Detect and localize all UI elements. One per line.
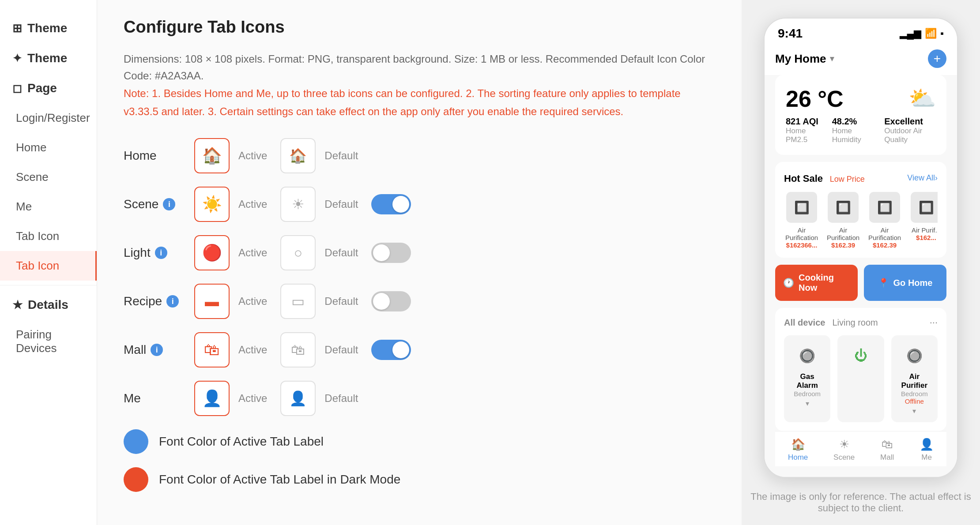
device-card-gas-alarm[interactable]: 🔘 Gas Alarm Bedroom ▾: [784, 335, 830, 422]
nav-item-home[interactable]: 🏠 Home: [788, 438, 808, 462]
nav-item-me[interactable]: 👤 Me: [920, 438, 934, 462]
phone-body: My Home ▾ + 26 °C ⛅ 821 AQI Home PM2.5: [765, 45, 957, 477]
tab-label-scene: Scene i: [124, 197, 181, 211]
weather-stat-air-quality: Excellent Outdoor Air Quality: [884, 116, 936, 144]
icon-box-me-default[interactable]: 👤: [280, 381, 316, 416]
tab-label-home: Home: [124, 149, 181, 163]
sale-item-4[interactable]: 🔲 Air Purif... $162...: [908, 192, 938, 249]
icon-group-light-default: ○ Default: [280, 235, 358, 270]
view-all-link[interactable]: View All›: [907, 173, 938, 183]
sale-item-1[interactable]: 🔲 Air Purification $162366...: [784, 192, 819, 249]
weather-stat-humidity: 48.2% Home Humidity: [832, 116, 874, 144]
sidebar-page-item[interactable]: ◻ Page: [0, 73, 97, 103]
sale-item-2[interactable]: 🔲 Air Purification $162.39: [825, 192, 861, 249]
icon-group-home-active: 🏠 Active: [194, 138, 267, 173]
icon-group-scene-active: ☀️ Active: [194, 187, 267, 222]
chevron-down-icon[interactable]: ▾: [830, 54, 834, 64]
icon-box-mall-default[interactable]: 🛍: [280, 332, 316, 368]
icon-group-light-active: 🔴 Active: [194, 235, 267, 270]
active-label-light: Active: [238, 247, 267, 259]
sidebar-theme-item[interactable]: ✦ Theme: [0, 43, 97, 73]
tab-label-recipe: Recipe i: [124, 294, 181, 308]
icon-group-recipe-default: ▭ Default: [280, 284, 358, 319]
sidebar-page-label: Page: [27, 81, 57, 95]
sidebar-item-tab-icon[interactable]: Tab Icon: [0, 251, 97, 281]
toggle-light[interactable]: [371, 243, 411, 263]
icon-box-light-active[interactable]: 🔴: [194, 235, 230, 270]
default-label-mall: Default: [324, 344, 358, 356]
gas-alarm-dropdown[interactable]: ▾: [806, 399, 809, 408]
filter-living-room[interactable]: Living room: [832, 318, 878, 328]
toggle-recipe[interactable]: [371, 291, 411, 311]
phone-status-bar: 9:41 ▂▄▆ 📶 ▪: [765, 19, 957, 45]
device-card-air-purifier[interactable]: 🔘 Air Purifier Bedroom Offline ▾: [891, 335, 938, 422]
sidebar-details-section[interactable]: ★ Details: [0, 290, 97, 320]
sidebar-style-section[interactable]: ⊞ Theme: [0, 13, 97, 43]
font-color-active-circle[interactable]: [124, 429, 148, 454]
filter-all-device[interactable]: All device: [784, 318, 825, 328]
info-icon-recipe[interactable]: i: [166, 295, 179, 308]
sidebar-theme-label: Theme: [27, 51, 67, 65]
icon-box-scene-active[interactable]: ☀️: [194, 187, 230, 222]
active-label-mall: Active: [238, 344, 267, 356]
go-home-button[interactable]: 📍 Go Home: [864, 265, 946, 301]
icon-box-recipe-default[interactable]: ▭: [280, 284, 316, 319]
sidebar-item-login-register[interactable]: Home: [0, 133, 97, 162]
device-grid: 🔘 Gas Alarm Bedroom ▾ ⏻ 🔘 Air Purifier B…: [784, 335, 938, 422]
device-section: All device Living room ··· 🔘 Gas Alarm B…: [775, 308, 946, 431]
page-title: Configure Tab Icons: [124, 18, 715, 37]
toggle-mall[interactable]: [371, 340, 411, 360]
icon-box-scene-default[interactable]: ☀: [280, 187, 316, 222]
cooking-icon: 🕐: [783, 278, 794, 288]
footer-note: The image is only for reference. The act…: [750, 478, 971, 518]
nav-item-mall[interactable]: 🛍 Mall: [880, 438, 894, 462]
nav-scene-icon: ☀: [839, 438, 849, 451]
default-label-me: Default: [324, 392, 358, 405]
tab-row-home: Home 🏠 Active 🏠 Default: [124, 138, 715, 173]
icon-box-home-default[interactable]: 🏠: [280, 138, 316, 173]
bottom-nav: 🏠 Home ☀ Scene 🛍 Mall 👤 Me: [775, 431, 946, 466]
icon-box-home-active[interactable]: 🏠: [194, 138, 230, 173]
hot-sale-title: Hot Sale: [784, 173, 823, 184]
active-label-recipe: Active: [238, 295, 267, 308]
icon-group-scene-default: ☀ Default: [280, 187, 358, 222]
device-more-icon[interactable]: ···: [930, 317, 938, 328]
device-card-power[interactable]: ⏻: [837, 335, 884, 422]
sidebar-item-home[interactable]: Scene: [0, 162, 97, 192]
info-icon-mall[interactable]: i: [151, 344, 163, 356]
cooking-now-button[interactable]: 🕐 Cooking Now: [775, 265, 858, 301]
toggle-scene[interactable]: [371, 194, 411, 214]
nav-item-scene[interactable]: ☀ Scene: [833, 438, 855, 462]
sidebar-style-label: Theme: [27, 21, 67, 35]
info-icon-light[interactable]: i: [155, 247, 167, 259]
info-icon-scene[interactable]: i: [163, 198, 175, 210]
location-icon: 📍: [878, 278, 889, 288]
action-buttons: 🕐 Cooking Now 📍 Go Home: [775, 265, 946, 301]
icon-box-mall-active[interactable]: 🛍: [194, 332, 230, 368]
sidebar-item-scene[interactable]: Me: [0, 192, 97, 221]
sale-item-3[interactable]: 🔲 Air Purification $162.39: [867, 192, 902, 249]
hot-sale-header: Hot Sale Low Price View All›: [784, 171, 938, 185]
wifi-icon: 📶: [925, 28, 937, 39]
air-purifier-icon: 🔘: [901, 342, 927, 369]
gas-alarm-icon: 🔘: [794, 342, 821, 369]
sale-item-3-img: 🔲: [869, 192, 900, 223]
icon-box-me-active[interactable]: 👤: [194, 381, 230, 416]
sale-item-4-img: 🔲: [911, 192, 938, 223]
icon-box-light-default[interactable]: ○: [280, 235, 316, 270]
phone-preview-area: 9:41 ▂▄▆ 📶 ▪ My Home ▾ + 26 °C: [742, 0, 980, 525]
sidebar-item-splash-screen[interactable]: Login/Register: [0, 103, 97, 133]
tab-row-scene: Scene i ☀️ Active ☀ Default: [124, 187, 715, 222]
sidebar: ⊞ Theme ✦ Theme ◻ Page Login/Register Ho…: [0, 0, 97, 525]
font-color-dark-circle[interactable]: [124, 467, 148, 492]
weather-stat-pm25: 821 AQI Home PM2.5: [786, 116, 822, 144]
sidebar-item-me[interactable]: Tab Icon: [0, 221, 97, 251]
home-add-button[interactable]: +: [928, 49, 946, 68]
phone-time: 9:41: [778, 26, 803, 41]
icon-box-recipe-active[interactable]: ▬: [194, 284, 230, 319]
power-on-icon: ⏻: [848, 342, 874, 369]
font-color-active-row: Font Color of Active Tab Label: [124, 429, 715, 454]
sidebar-item-pairing-devices[interactable]: Pairing Devices: [0, 320, 97, 363]
active-label-me: Active: [238, 392, 267, 405]
air-purifier-dropdown[interactable]: ▾: [912, 407, 916, 415]
